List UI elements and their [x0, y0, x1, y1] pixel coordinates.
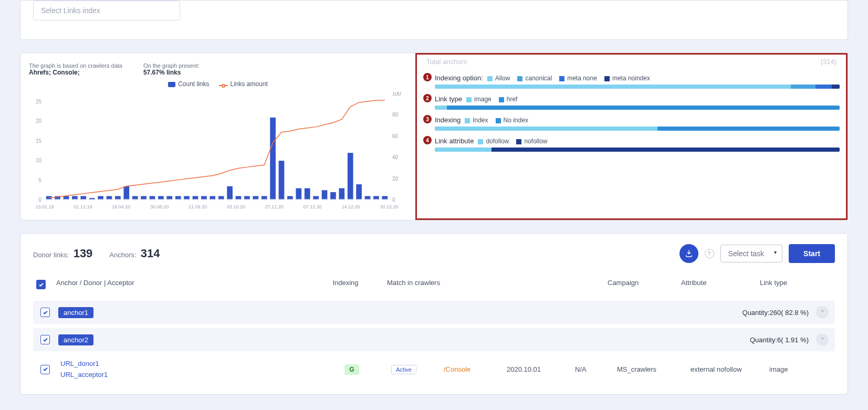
donor-links-label: Donor links: [33, 251, 69, 259]
start-button[interactable]: Start [789, 244, 835, 263]
svg-rect-93 [313, 199, 319, 200]
row-checkbox[interactable] [40, 308, 50, 317]
anchor-group-row[interactable]: anchor2Quantity:6( 1.91 %)˄ [33, 328, 835, 351]
svg-rect-84 [236, 199, 242, 200]
svg-text:0: 0 [392, 197, 395, 203]
svg-rect-39 [279, 161, 285, 200]
svg-rect-95 [330, 199, 336, 200]
svg-rect-89 [279, 199, 285, 200]
metric-linkattribute: 4Link attributedofollownofollow [423, 136, 840, 152]
svg-text:19.04.20: 19.04.20 [112, 204, 130, 209]
svg-rect-63 [55, 199, 60, 200]
svg-rect-41 [296, 188, 301, 200]
anchors-value: 314 [141, 247, 160, 260]
svg-text:11.09.20: 11.09.20 [189, 204, 207, 209]
svg-text:60: 60 [392, 133, 399, 139]
select-links-index[interactable]: Select Links index [33, 1, 180, 20]
svg-rect-79 [193, 199, 198, 200]
anchor-tag: anchor2 [58, 334, 93, 345]
svg-rect-87 [262, 199, 267, 200]
anchors-label: Anchors: [109, 251, 136, 259]
metric-indexing: 3IndexingIndexNo index [423, 115, 840, 131]
svg-text:13.01.19: 13.01.19 [35, 204, 54, 209]
svg-rect-67 [89, 199, 95, 200]
svg-rect-77 [175, 199, 181, 200]
select-all-checkbox[interactable] [36, 280, 46, 289]
campaign-value: MS_crawlers [617, 365, 691, 373]
svg-text:03.10.20: 03.10.20 [227, 204, 245, 209]
metric-indexingoption: 1Indexing option:Allowcanonicalmeta none… [423, 73, 840, 89]
svg-text:07.12.20: 07.12.20 [304, 204, 322, 209]
svg-text:15: 15 [36, 138, 42, 144]
svg-text:5: 5 [38, 177, 41, 183]
select-task-dropdown[interactable]: Select task [720, 245, 782, 262]
svg-rect-48 [356, 184, 362, 200]
svg-rect-97 [348, 199, 353, 200]
quantity-label: Quantity:6( 1.91 %) [750, 336, 809, 344]
total-anchors-value: (314) [821, 58, 836, 66]
svg-text:20: 20 [36, 118, 42, 124]
svg-text:30.12.20: 30.12.20 [380, 204, 398, 209]
svg-rect-72 [132, 199, 138, 200]
svg-rect-92 [305, 199, 310, 200]
metric-badge: 2 [423, 94, 432, 102]
chevron-down-icon[interactable]: ˅ [816, 306, 829, 319]
svg-rect-86 [253, 199, 258, 200]
anchor-tag: anchor1 [58, 307, 93, 318]
svg-rect-45 [330, 192, 336, 200]
svg-rect-65 [72, 199, 78, 200]
svg-rect-88 [270, 199, 276, 200]
crawlers-label: The graph is based on crawlers data [29, 62, 122, 69]
svg-rect-100 [373, 199, 379, 200]
crawler-source: /Console [444, 365, 507, 373]
chevron-up-icon[interactable]: ˄ [816, 333, 829, 346]
svg-text:27.11.20: 27.11.20 [265, 204, 284, 209]
svg-rect-78 [184, 199, 190, 200]
total-anchors-label: Total anchors [426, 58, 467, 66]
svg-rect-82 [218, 199, 224, 200]
help-icon[interactable]: ? [705, 249, 714, 258]
svg-rect-90 [287, 199, 293, 200]
chart-panel: The graph is based on crawlers dataAhref… [20, 53, 415, 220]
table-row: URL_donor1URL_acceptor1GActive/Console20… [33, 355, 835, 384]
metric-linktype: 2Link typeimagehref [423, 94, 840, 110]
svg-rect-94 [322, 199, 328, 200]
svg-text:10: 10 [36, 157, 42, 163]
crawlers-value: Ahrefs; Console; [29, 69, 80, 76]
svg-rect-98 [356, 199, 362, 200]
row-checkbox[interactable] [40, 335, 50, 344]
acceptor-url-link[interactable]: URL_acceptor1 [60, 370, 312, 381]
svg-rect-64 [64, 199, 69, 200]
chart-legend: Count links Links amount [29, 80, 407, 88]
svg-rect-96 [339, 199, 344, 200]
metric-badge: 1 [423, 73, 432, 81]
svg-rect-66 [80, 199, 86, 200]
svg-rect-38 [270, 118, 276, 200]
svg-rect-70 [115, 199, 121, 200]
donor-url-link[interactable]: URL_donor1 [60, 359, 312, 370]
svg-rect-73 [141, 199, 147, 200]
svg-rect-91 [296, 199, 301, 200]
linktype-value: image [769, 365, 829, 373]
svg-rect-99 [365, 199, 371, 200]
svg-text:14.12.20: 14.12.20 [342, 204, 360, 209]
svg-text:30.08.20: 30.08.20 [150, 204, 169, 209]
svg-text:20: 20 [392, 176, 399, 182]
anchor-group-row[interactable]: anchor1Quantity:260( 82.8 %)˅ [33, 301, 835, 324]
svg-rect-83 [227, 199, 233, 200]
svg-text:0: 0 [38, 197, 41, 203]
svg-text:01.12.19: 01.12.19 [74, 204, 92, 209]
svg-text:25: 25 [36, 99, 42, 104]
svg-rect-101 [382, 199, 388, 200]
na-value: N/A [575, 365, 617, 373]
svg-rect-47 [348, 153, 353, 200]
svg-text:40: 40 [392, 154, 399, 160]
status-badge: Active [391, 365, 416, 374]
download-button[interactable] [679, 244, 698, 263]
svg-rect-33 [227, 186, 233, 200]
row-checkbox[interactable] [40, 365, 50, 374]
metric-badge: 4 [423, 136, 432, 144]
svg-text:80: 80 [392, 112, 399, 118]
svg-rect-62 [46, 199, 52, 200]
svg-rect-76 [166, 199, 172, 200]
